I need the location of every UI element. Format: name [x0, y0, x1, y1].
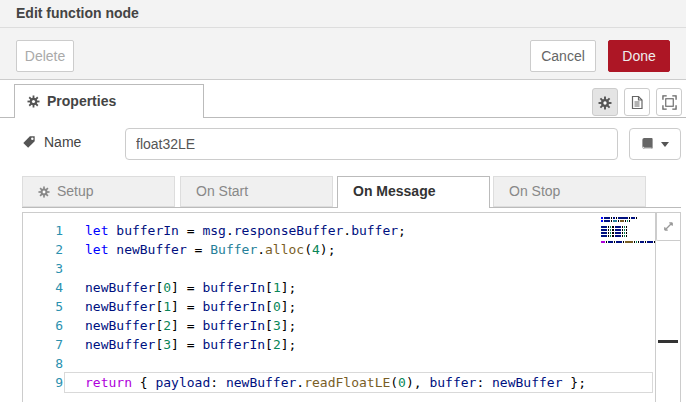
edit-properties-button[interactable] [592, 88, 618, 116]
editor-scrollbar[interactable] [655, 213, 680, 402]
code-text: newBuffer[1] = bufferIn[0]; [85, 297, 296, 316]
tab-setup[interactable]: Setup [22, 176, 175, 207]
overview-ruler-marker [658, 340, 678, 343]
code-line-4[interactable]: 4newBuffer[0] = bufferIn[1]; [23, 278, 680, 297]
name-label-text: Name [44, 134, 81, 150]
minimap[interactable] [599, 215, 654, 248]
code-line-3[interactable]: 3 [23, 259, 680, 278]
done-button[interactable]: Done [608, 40, 670, 72]
properties-tab-label: Properties [47, 93, 116, 109]
line-number[interactable]: 7 [23, 335, 63, 354]
expand-frame-button[interactable] [656, 88, 682, 116]
gear-icon [27, 95, 40, 108]
line-number[interactable]: 3 [23, 259, 63, 278]
name-row: Name [0, 126, 686, 166]
tab-properties[interactable]: Properties [14, 84, 204, 118]
code-text: newBuffer[3] = bufferIn[2]; [85, 335, 296, 354]
tab-label: On Stop [509, 183, 560, 199]
tag-icon [22, 135, 36, 149]
tab-label: Setup [57, 183, 94, 199]
editor-expand-button[interactable] [656, 213, 680, 241]
function-tabs: SetupOn StartOn MessageOn Stop [0, 176, 686, 210]
tab-on-stop[interactable]: On Stop [493, 176, 646, 207]
code-line-8[interactable]: 8 [23, 354, 680, 373]
expand-diagonal-icon [662, 220, 675, 233]
gear-icon [38, 186, 50, 198]
tab-label: On Message [353, 183, 435, 199]
code-text: newBuffer[2] = bufferIn[3]; [85, 316, 296, 335]
code-line-6[interactable]: 6newBuffer[2] = bufferIn[3]; [23, 316, 680, 335]
code-line-9[interactable]: 9return { payload: newBuffer.readFloatLE… [23, 373, 680, 392]
library-button[interactable] [629, 128, 681, 160]
tab-label: On Start [196, 183, 248, 199]
line-number[interactable]: 2 [23, 240, 63, 259]
description-button[interactable] [624, 88, 650, 116]
action-bar: Delete Cancel Done [0, 28, 686, 80]
expand-frame-icon [662, 95, 677, 110]
line-number[interactable]: 4 [23, 278, 63, 297]
code-text: let newBuffer = Buffer.alloc(4); [85, 240, 336, 259]
file-icon [630, 95, 644, 110]
code-text: newBuffer[0] = bufferIn[1]; [85, 278, 296, 297]
line-number[interactable]: 9 [23, 373, 63, 392]
name-input[interactable] [125, 128, 618, 160]
code-text: return { payload: newBuffer.readFloatLE(… [85, 373, 586, 392]
dialog-title: Edit function node [0, 0, 686, 28]
code-line-2[interactable]: 2let newBuffer = Buffer.alloc(4); [23, 240, 680, 259]
code-lines[interactable]: 1let bufferIn = msg.responseBuffer.buffe… [23, 221, 680, 392]
tab-on-start[interactable]: On Start [180, 176, 333, 207]
code-text: let bufferIn = msg.responseBuffer.buffer… [85, 221, 406, 240]
chevron-down-icon [661, 142, 669, 147]
cancel-button[interactable]: Cancel [530, 40, 596, 72]
code-editor[interactable]: 1let bufferIn = msg.responseBuffer.buffe… [22, 212, 681, 402]
line-number[interactable]: 1 [23, 221, 63, 240]
line-number[interactable]: 5 [23, 297, 63, 316]
code-line-7[interactable]: 7newBuffer[3] = bufferIn[2]; [23, 335, 680, 354]
edit-function-dialog: Edit function node Delete Cancel Done Pr… [0, 0, 686, 402]
code-line-5[interactable]: 5newBuffer[1] = bufferIn[0]; [23, 297, 680, 316]
line-number[interactable]: 8 [23, 354, 63, 373]
code-line-1[interactable]: 1let bufferIn = msg.responseBuffer.buffe… [23, 221, 680, 240]
name-label: Name [22, 134, 81, 150]
book-icon [641, 137, 654, 151]
line-number[interactable]: 6 [23, 316, 63, 335]
gear-icon [598, 96, 612, 110]
tab-on-message[interactable]: On Message [337, 176, 490, 208]
delete-button[interactable]: Delete [16, 40, 74, 72]
